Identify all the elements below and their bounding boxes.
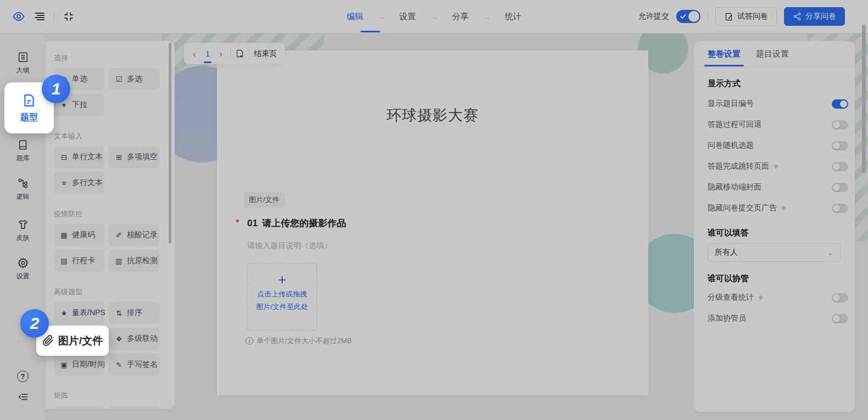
tab-question-settings[interactable]: 题目设置	[756, 41, 789, 66]
chip-clipped[interactable]	[54, 406, 104, 409]
preview-eye-icon[interactable]	[12, 10, 25, 23]
rail-item-outline[interactable]: 大纲	[0, 51, 46, 75]
tab-whole-survey-settings[interactable]: 整卷设置	[708, 41, 741, 66]
chip-label: 单行文本	[72, 152, 103, 162]
chip-label: 图片/文件	[58, 334, 103, 348]
rail-help-button[interactable]: ?	[0, 371, 46, 382]
section-title-advanced: 高级题型	[54, 287, 167, 297]
test-answer-button[interactable]: 试答问卷	[715, 7, 777, 26]
multi-blank-icon: ⊞	[115, 153, 123, 161]
topbar-divider	[54, 10, 54, 23]
rail-item-settings[interactable]: 设置	[0, 257, 46, 281]
outline-icon	[17, 51, 29, 63]
chip-signature[interactable]: ✎ 手写签名	[109, 354, 159, 376]
step-arrow-icon: →	[377, 12, 385, 21]
tutorial-step-2-badge: 2	[20, 309, 49, 338]
chip-cascade[interactable]: ❖ 多级联动	[109, 328, 159, 350]
toggle-show-question-number[interactable]	[832, 99, 848, 109]
next-page-icon[interactable]: ›	[216, 49, 226, 59]
check-icon	[680, 14, 686, 19]
chip-single-line-text[interactable]: ⊟ 单行文本	[54, 146, 104, 168]
upload-dropzone[interactable]: + 点击上传或拖拽 图片/文件至此处	[247, 263, 317, 331]
chip-scale-nps[interactable]: ★ 量表/NPS	[54, 302, 104, 324]
survey-editor-app: 编辑 → 设置 → 分享 → 统计 允许提交 试答问卷	[0, 0, 868, 420]
chip-multi-blank[interactable]: ⊞ 多项填空	[109, 146, 159, 168]
panel-scrollbar[interactable]	[169, 43, 171, 243]
chip-health-code[interactable]: ▦ 健康码	[54, 224, 104, 246]
info-icon: i	[246, 337, 253, 345]
chip-label: 单选	[72, 74, 87, 84]
toggle-tiered-stats-view[interactable]	[832, 293, 848, 303]
rail-item-logic[interactable]: 逻辑	[0, 177, 46, 201]
multi-line-text-icon: ≡	[60, 179, 68, 187]
setting-row: 答题完成跳转页面	[708, 156, 848, 177]
settings-tabs: 整卷设置 题目设置	[694, 41, 855, 67]
who-can-answer-header: 谁可以填答	[708, 227, 848, 238]
chip-sort[interactable]: ⇅ 排序	[109, 302, 159, 324]
rail-item-question-bank[interactable]: 题库	[0, 139, 46, 163]
step-settings[interactable]: 设置	[398, 12, 417, 22]
toggle-allow-back[interactable]	[832, 120, 848, 130]
page-scrollbar[interactable]	[862, 25, 866, 173]
setting-row: 显示题目编号	[708, 93, 848, 114]
chip-label: 多项填空	[127, 152, 158, 162]
setting-label: 分级查看统计	[708, 293, 754, 303]
chip-multi-line-text[interactable]: ≡ 多行文本	[54, 172, 104, 194]
who-can-manage-header: 谁可以协管	[708, 273, 848, 284]
scale-nps-icon: ★	[60, 309, 68, 317]
chip-antigen-test[interactable]: ▥ 抗原检测	[109, 250, 159, 272]
chip-nucleic-record[interactable]: ✐ 核酸记录	[109, 224, 159, 246]
upload-hint-line2: 图片/文件至此处	[248, 300, 316, 313]
share-survey-button[interactable]: 分享问卷	[784, 7, 845, 26]
date-time-icon: ▣	[60, 361, 68, 369]
vip-gem-icon	[772, 163, 780, 170]
prev-page-icon[interactable]: ‹	[190, 49, 199, 59]
chip-clipped[interactable]	[109, 406, 159, 409]
setting-label: 问卷随机选题	[708, 141, 754, 150]
step-share[interactable]: 分享	[451, 12, 470, 22]
question-type-icon	[21, 93, 37, 108]
allow-submit-label: 允许提交	[638, 12, 669, 21]
logic-icon	[17, 177, 29, 189]
chip-multi-choice[interactable]: ☑ 多选	[109, 68, 159, 90]
test-answer-doc-icon	[724, 12, 733, 21]
question-number: 01	[247, 218, 258, 229]
chip-label: 日期/时间	[72, 360, 105, 369]
add-page-icon[interactable]	[235, 49, 244, 58]
collapse-screen-icon[interactable]	[62, 10, 75, 23]
chip-label: 排序	[127, 308, 142, 318]
test-answer-label: 试答问卷	[737, 12, 768, 21]
question-title[interactable]: 请上传您的摄影作品	[262, 217, 346, 229]
vip-gem-icon	[757, 294, 764, 301]
chip-label: 健康码	[72, 230, 95, 240]
outline-list-icon[interactable]	[33, 10, 46, 23]
plus-icon: +	[248, 273, 316, 287]
question-block[interactable]: 图片/文件 * 01 请上传您的摄影作品 请输入题目说明（选填） + 点击上传或…	[243, 192, 595, 346]
toggle-hide-submit-ads[interactable]	[832, 204, 848, 213]
chip-date-time[interactable]: ▣ 日期/时间	[54, 354, 104, 376]
antigen-test-icon: ▥	[115, 257, 123, 265]
who-can-answer-select[interactable]: 所有人 ⌄	[708, 243, 841, 262]
rail-collapse-button[interactable]	[0, 391, 46, 403]
toggle-random-questions[interactable]	[832, 141, 848, 150]
rail-item-label: 设置	[16, 272, 30, 281]
step-edit[interactable]: 编辑	[346, 12, 364, 22]
toggle-jump-page-on-finish[interactable]	[832, 162, 848, 171]
chip-label: 多选	[127, 74, 142, 84]
survey-title[interactable]: 环球摄影大赛	[217, 105, 648, 125]
toggle-add-co-manager[interactable]	[832, 314, 848, 323]
chevron-down-icon: ⌄	[827, 249, 833, 257]
chip-travel-card[interactable]: ▤ 行程卡	[54, 250, 104, 272]
question-description-placeholder[interactable]: 请输入题目说明（选填）	[247, 241, 595, 251]
page-number[interactable]: 1	[199, 49, 216, 58]
toggle-knob	[688, 11, 699, 22]
allow-submit-toggle[interactable]	[676, 10, 700, 23]
step-stats[interactable]: 统计	[504, 12, 522, 22]
end-page-button[interactable]: 结束页	[254, 49, 277, 59]
topbar-divider	[708, 10, 708, 23]
paperclip-icon	[42, 335, 54, 346]
rail-item-theme[interactable]: 皮肤	[0, 219, 46, 243]
section-title-text-input: 文本输入	[54, 131, 167, 141]
toggle-hide-mobile-cover[interactable]	[832, 183, 848, 192]
rail-item-label: 大纲	[16, 66, 30, 75]
